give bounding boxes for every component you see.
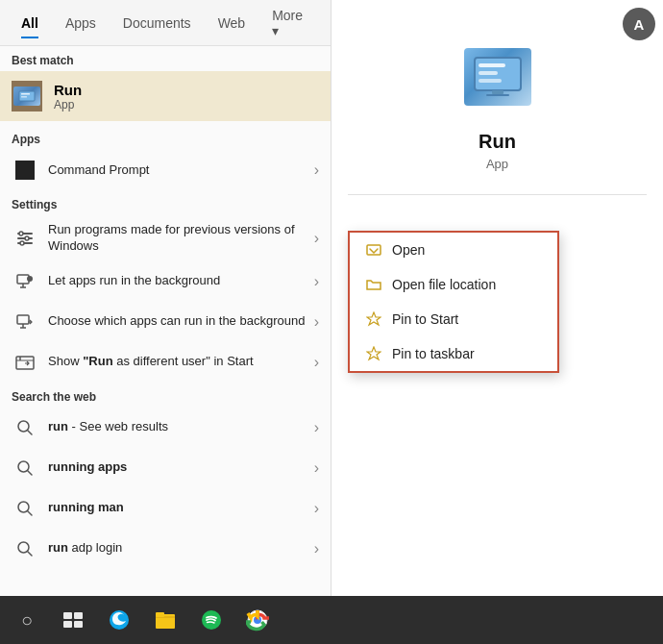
run-icon-small: [13, 87, 40, 106]
context-menu: Open Open file location Pin to Start Pin…: [348, 231, 559, 373]
best-match-text: Run App: [54, 82, 82, 111]
settings-icon-1: [12, 225, 38, 252]
chevron-right-icon: [314, 161, 319, 179]
context-menu-open[interactable]: Open: [350, 233, 557, 267]
chevron-right-icon: [314, 540, 319, 557]
svg-rect-26: [74, 612, 83, 619]
setting-text-3: Choose which apps can run in the backgro…: [48, 313, 314, 330]
pin-start-label: Pin to Start: [392, 311, 458, 327]
tab-apps[interactable]: Apps: [54, 10, 108, 37]
explorer-button[interactable]: [146, 601, 184, 639]
context-menu-pin-taskbar[interactable]: Pin to taskbar: [350, 336, 557, 371]
svg-rect-23: [486, 94, 509, 96]
svg-point-7: [25, 236, 29, 240]
svg-rect-2: [21, 96, 27, 98]
svg-point-32: [202, 610, 221, 630]
web-search-text-1: run - See web results: [48, 419, 314, 435]
svg-rect-27: [63, 621, 72, 628]
list-item[interactable]: run - See web results: [0, 408, 331, 448]
detail-divider: [348, 194, 647, 195]
tab-documents[interactable]: Documents: [111, 10, 203, 37]
context-menu-pin-start[interactable]: Pin to Start: [350, 302, 557, 336]
list-item[interactable]: Let apps run in the background: [0, 261, 331, 302]
chevron-right-icon: [314, 459, 319, 477]
chrome-button[interactable]: [238, 601, 277, 639]
best-match-item[interactable]: Run App: [0, 71, 331, 121]
web-search-text-4: run adp login: [48, 540, 314, 557]
best-match-label: Best match: [0, 46, 331, 71]
svg-point-6: [19, 232, 23, 235]
svg-rect-31: [156, 612, 164, 617]
svg-point-16: [18, 542, 29, 553]
list-item[interactable]: running apps: [0, 448, 331, 488]
web-search-label: Search the web: [0, 383, 331, 408]
tab-web[interactable]: Web: [207, 10, 258, 37]
run-app-icon-large: [459, 38, 536, 115]
pin-start-icon: [365, 310, 382, 328]
search-web-icon-4: [12, 535, 38, 562]
setting-text-1: Run programs made for previous versions …: [48, 222, 314, 255]
best-match-title: Run: [54, 82, 82, 98]
list-item[interactable]: run adp login: [0, 529, 331, 569]
detail-app-type: App: [486, 157, 508, 171]
settings-icon-2: [12, 268, 38, 295]
svg-rect-19: [479, 63, 505, 67]
svg-point-8: [20, 241, 24, 245]
svg-rect-20: [479, 71, 498, 75]
chevron-right-icon: [314, 230, 319, 247]
open-location-label: Open file location: [392, 277, 496, 292]
tab-more[interactable]: More ▾: [260, 2, 321, 44]
svg-rect-21: [479, 79, 502, 83]
settings-icon-4: [12, 349, 38, 376]
list-item[interactable]: running man: [0, 488, 331, 529]
svg-point-15: [18, 502, 29, 512]
setting-text-4: Show "Run as different user" in Start: [48, 354, 314, 370]
svg-rect-0: [19, 91, 35, 101]
spotify-button[interactable]: [192, 601, 231, 639]
open-label: Open: [392, 242, 425, 258]
search-web-icon-2: [12, 455, 38, 482]
best-match-subtitle: App: [54, 98, 82, 111]
svg-point-13: [18, 421, 29, 432]
run-app-icon-small: [12, 81, 42, 111]
search-web-icon-3: [12, 495, 38, 522]
chevron-right-icon: [314, 313, 319, 331]
open-icon: [365, 241, 382, 259]
cmd-text: Command Prompt: [48, 162, 314, 179]
svg-rect-25: [63, 612, 72, 619]
search-web-icon-1: [12, 414, 38, 441]
apps-label: Apps: [0, 125, 331, 150]
svg-point-10: [27, 276, 33, 282]
edge-button[interactable]: [100, 601, 138, 639]
task-view-button[interactable]: [54, 601, 92, 639]
web-search-text-3: running man: [48, 500, 314, 516]
cmd-icon: [12, 157, 38, 184]
svg-point-14: [18, 461, 29, 472]
folder-icon: [365, 276, 382, 293]
chevron-right-icon: [314, 500, 319, 517]
settings-label: Settings: [0, 190, 331, 215]
chevron-right-icon: [314, 273, 319, 290]
svg-rect-1: [21, 93, 30, 95]
chevron-right-icon: [314, 354, 319, 371]
web-search-text-2: running apps: [48, 459, 314, 476]
list-item[interactable]: Run programs made for previous versions …: [0, 215, 331, 261]
list-item[interactable]: Command Prompt: [0, 150, 331, 190]
settings-icon-3: [12, 309, 38, 335]
taskbar: ○: [0, 596, 663, 644]
cortana-search-button[interactable]: ○: [8, 601, 46, 639]
svg-rect-22: [492, 90, 503, 94]
tabs-bar: All Apps Documents Web More ▾: [0, 0, 331, 46]
results-area: Best match Run App Apps: [0, 46, 331, 598]
tab-all[interactable]: All: [10, 10, 50, 37]
detail-app-name: Run: [479, 131, 516, 153]
context-menu-open-location[interactable]: Open file location: [350, 267, 557, 302]
list-item[interactable]: Choose which apps can run in the backgro…: [0, 302, 331, 342]
svg-rect-28: [74, 621, 83, 628]
pin-taskbar-icon: [365, 345, 382, 362]
setting-text-2: Let apps run in the background: [48, 273, 314, 289]
run-icon-large: [464, 48, 531, 106]
list-item[interactable]: Show "Run as different user" in Start: [0, 342, 331, 383]
chevron-right-icon: [314, 419, 319, 436]
user-avatar[interactable]: A: [623, 8, 655, 40]
